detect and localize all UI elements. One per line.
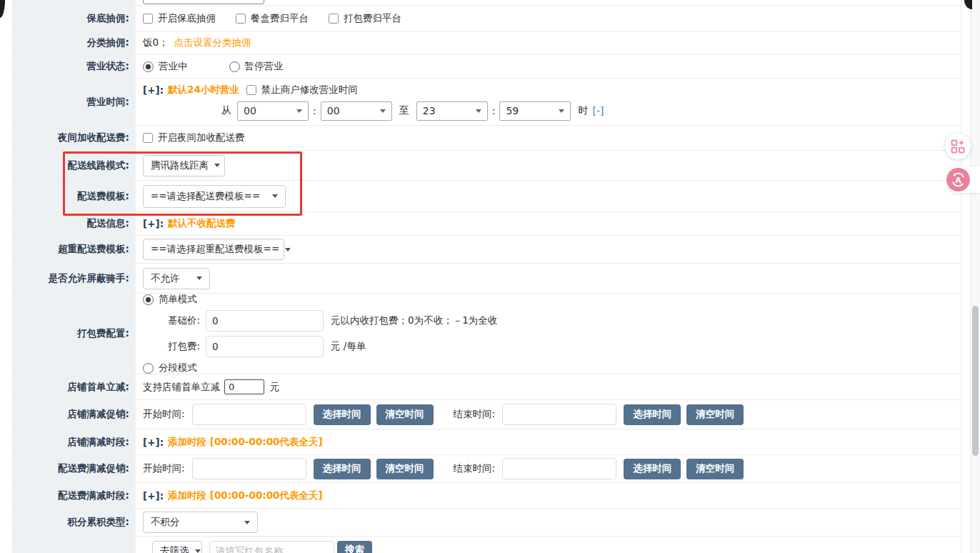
shop-promo-end-input[interactable]: [502, 404, 616, 425]
caret-down-icon: [559, 109, 564, 113]
partial-top-input[interactable]: [143, 0, 264, 4]
row-overweight-fee-template: 超重配送费模板: ==请选择超重配送费模板==: [12, 236, 961, 264]
checkbox-box-fee-to-platform[interactable]: 餐盒费归平台: [236, 12, 309, 25]
translate-button[interactable]: A: [946, 168, 970, 191]
checkbox-icon[interactable]: [246, 85, 256, 95]
row-delivery-fee-template: 配送费模板: ==请选择配送费模板==: [12, 181, 961, 212]
checkbox-forbid-merchant-edit-hours[interactable]: 禁止商户修改营业时间: [246, 84, 358, 96]
checkbox-label: 开启保底抽佣: [158, 12, 216, 25]
checkbox-icon[interactable]: [236, 14, 246, 24]
first-order-amount-input[interactable]: [224, 379, 264, 394]
caret-down-icon: [476, 109, 481, 113]
caret-down-icon: [195, 549, 201, 553]
radio-icon[interactable]: [229, 61, 240, 72]
extension-grid-button[interactable]: [945, 134, 971, 159]
checkbox-icon[interactable]: [143, 14, 153, 24]
base-price-hint: 元以内收打包费；0为不收；－1为全收: [331, 314, 497, 327]
overweight-fee-template-select[interactable]: ==请选择超重配送费模板==: [143, 239, 284, 260]
row-shop-promo-period: 店铺满减时段: [+]: 添加时段 [00:00-00:00代表全天]: [12, 429, 961, 455]
checkbox-icon[interactable]: [329, 14, 339, 24]
label-shop-promo-period: 店铺满减时段:: [12, 429, 136, 454]
grid-sparkle-icon: [951, 139, 965, 154]
add-fee-promo-period-link[interactable]: 添加时段 [00:00-00:00代表全天]: [168, 489, 323, 502]
row-delivery-info: 配送信息: [+]: 默认不收配送费: [12, 212, 961, 236]
set-category-commission-link[interactable]: 点击设置分类抽佣: [174, 36, 251, 49]
points-type-select[interactable]: 不积分: [143, 512, 258, 533]
label-packing-fee-config: 打包费配置:: [12, 294, 136, 374]
base-price-input[interactable]: [206, 310, 324, 332]
packing-fee-hint: 元 /每单: [331, 340, 366, 353]
radio-label: 简单模式: [159, 293, 197, 306]
close-minute-select[interactable]: 59: [499, 101, 571, 121]
shop-promo-start-select-time-button[interactable]: 选择时间: [314, 404, 371, 425]
delivery-fee-template-select[interactable]: ==请选择配送费模板==: [143, 185, 286, 208]
fee-promo-start-input[interactable]: [192, 458, 306, 479]
radio-segment-mode[interactable]: 分段模式: [143, 362, 197, 374]
label-points-type: 积分累积类型:: [12, 509, 136, 536]
shop-promo-end-clear-time-button[interactable]: 清空时间: [686, 404, 744, 425]
row-redpacket-search: 去筛选 搜索: [12, 537, 961, 553]
radio-paused[interactable]: 暂停营业: [229, 60, 284, 73]
shop-promo-end-select-time-button[interactable]: 选择时间: [624, 404, 681, 425]
radio-label: 营业中: [159, 60, 188, 73]
add-shop-promo-period-link[interactable]: 添加时段 [00:00-00:00代表全天]: [168, 436, 323, 449]
open-hour-select[interactable]: 00: [237, 101, 309, 121]
plus-prefix: [+]:: [143, 84, 164, 96]
block-rider-select[interactable]: 不允许: [143, 268, 210, 289]
fee-promo-end-select-time-button[interactable]: 选择时间: [624, 459, 681, 479]
redpacket-filter-select[interactable]: 去筛选: [152, 541, 202, 553]
checkbox-packing-fee-to-platform[interactable]: 打包费归平台: [329, 12, 401, 25]
fee-promo-end-clear-time-button[interactable]: 清空时间: [686, 459, 744, 479]
row-delivery-route-mode: 配送线路模式: 腾讯路线距离: [12, 151, 961, 181]
label-delivery-fee-promo: 配送费满减促销:: [12, 455, 136, 482]
hour-suffix: 时: [578, 104, 588, 117]
redpacket-name-input[interactable]: [209, 541, 334, 553]
window-corner-top-right: [964, 0, 972, 9]
window-corner-top-left: [0, 0, 5, 18]
caret-down-icon: [196, 276, 202, 280]
select-value: 腾讯路线距离: [151, 159, 209, 172]
scrollbar-thumb[interactable]: [972, 306, 979, 456]
route-mode-select[interactable]: 腾讯路线距离: [143, 155, 225, 176]
radio-selected-icon[interactable]: [143, 294, 154, 305]
category-commission-value: 饭0；: [143, 36, 169, 49]
search-button[interactable]: 搜索: [337, 541, 372, 553]
yuan-unit: 元: [270, 381, 280, 394]
row-block-rider: 是否允许屏蔽骑手: 不允许: [12, 264, 961, 294]
label-night-delivery-fee: 夜间加收配送费:: [12, 126, 136, 150]
close-hour-select[interactable]: 23: [416, 101, 488, 121]
settings-form: 保底抽佣: 开启保底抽佣 餐盒费归平台 打包费归平台 分类抽佣:: [12, 0, 961, 553]
label-delivery-fee-template: 配送费模板:: [12, 181, 136, 211]
plus-prefix: [+]:: [143, 490, 164, 502]
shop-promo-start-clear-time-button[interactable]: 清空时间: [376, 404, 434, 425]
checkbox-icon[interactable]: [143, 133, 153, 143]
radio-selected-icon[interactable]: [143, 61, 154, 72]
checkbox-enable-night-fee[interactable]: 开启夜间加收配送费: [143, 131, 245, 144]
select-value: 00: [244, 105, 256, 116]
checkbox-enable-base-commission[interactable]: 开启保底抽佣: [143, 12, 216, 25]
fee-promo-start-select-time-button[interactable]: 选择时间: [314, 459, 371, 479]
default-24h-link[interactable]: 默认24小时营业: [168, 84, 239, 96]
radio-open[interactable]: 营业中: [143, 60, 188, 73]
radio-label: 分段模式: [159, 362, 197, 374]
radio-simple-mode[interactable]: 简单模式: [143, 293, 197, 306]
remove-time-range-link[interactable]: [-]: [592, 105, 604, 116]
fee-promo-end-input[interactable]: [502, 458, 616, 479]
row-shop-promo: 店铺满减促销: 开始时间: 选择时间 清空时间 结束时间: 选择时间 清空时间: [12, 400, 961, 429]
label-delivery-info: 配送信息:: [12, 212, 136, 235]
label-business-status: 营业状态:: [12, 55, 136, 78]
caret-down-icon: [272, 194, 278, 198]
radio-icon[interactable]: [143, 363, 154, 374]
open-minute-select[interactable]: 00: [321, 101, 392, 121]
label-category-commission: 分类抽佣:: [12, 31, 136, 54]
select-value: 00: [327, 105, 340, 116]
shop-promo-start-input[interactable]: [192, 404, 306, 425]
select-value: 去筛选: [160, 544, 189, 553]
default-no-delivery-fee-link[interactable]: 默认不收配送费: [168, 217, 236, 230]
packing-fee-input[interactable]: [206, 336, 324, 357]
fee-promo-start-clear-time-button[interactable]: 清空时间: [376, 459, 434, 479]
row-delivery-fee-promo: 配送费满减促销: 开始时间: 选择时间 清空时间 结束时间: 选择时间 清空时间: [12, 455, 961, 483]
checkbox-label: 开启夜间加收配送费: [158, 131, 245, 144]
row-first-order-discount: 店铺首单立减: 支持店铺首单立减 元: [12, 374, 961, 400]
scrollbar-track[interactable]: [970, 0, 980, 553]
